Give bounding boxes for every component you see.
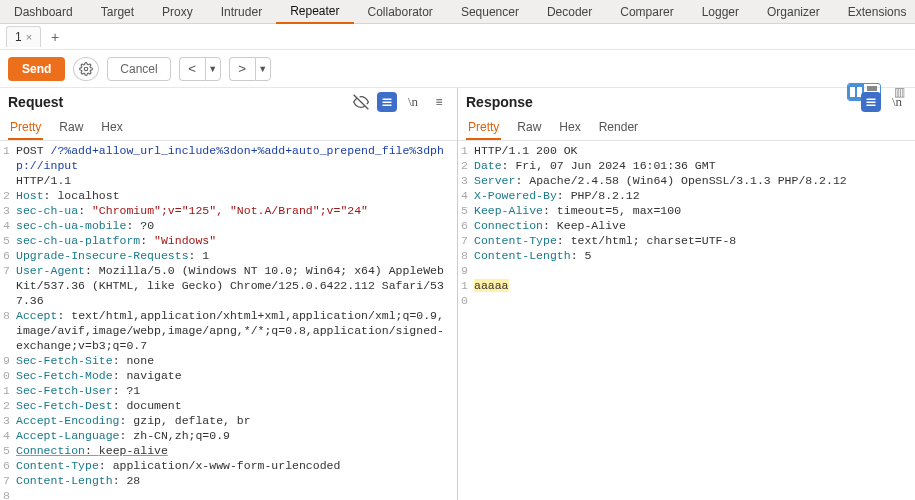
code-line: 3sec-ch-ua: "Chromium";v="125", "Not.A/B… — [0, 203, 457, 218]
line-content: HTTP/1.1 — [16, 173, 457, 188]
line-content: Accept-Encoding: gzip, deflate, br — [16, 413, 457, 428]
view-tab-raw[interactable]: Raw — [515, 116, 543, 140]
top-tab-sequencer[interactable]: Sequencer — [447, 1, 533, 23]
code-line: 1POST /?%add+allow_url_include%3don+%add… — [0, 143, 457, 173]
code-line: 6Upgrade-Insecure-Requests: 1 — [0, 248, 457, 263]
top-tab-collaborator[interactable]: Collaborator — [354, 1, 447, 23]
line-number: 6 — [458, 218, 474, 233]
history-forward-dropdown[interactable]: ▼ — [255, 57, 271, 81]
line-number: 7 — [0, 263, 16, 308]
top-tab-proxy[interactable]: Proxy — [148, 1, 207, 23]
top-tab-logger[interactable]: Logger — [688, 1, 753, 23]
line-content: Connection: Keep-Alive — [474, 218, 915, 233]
request-pane: Request \n ≡ PrettyRawHex 1POST /?%add+a… — [0, 88, 457, 500]
line-number: 2 — [0, 188, 16, 203]
svg-rect-11 — [867, 105, 876, 107]
eye-off-icon[interactable] — [351, 92, 371, 112]
line-content: Sec-Fetch-Mode: navigate — [16, 368, 457, 383]
line-content: Sec-Fetch-User: ?1 — [16, 383, 457, 398]
request-view-tabs: PrettyRawHex — [0, 114, 457, 141]
line-content — [16, 488, 457, 500]
history-forward-button[interactable]: > — [229, 57, 255, 81]
top-tab-organizer[interactable]: Organizer — [753, 1, 834, 23]
code-line: 9Sec-Fetch-Site: none — [0, 353, 457, 368]
top-tab-extensions[interactable]: Extensions — [834, 1, 915, 23]
line-number: 5 — [0, 233, 16, 248]
line-content: sec-ch-ua-platform: "Windows" — [16, 233, 457, 248]
code-line: 8Accept: text/html,application/xhtml+xml… — [0, 308, 457, 353]
view-tab-hex[interactable]: Hex — [557, 116, 582, 140]
code-line: 9 — [458, 263, 915, 278]
history-back-button[interactable]: < — [179, 57, 205, 81]
line-content: Content-Type: application/x-www-form-url… — [16, 458, 457, 473]
line-content: sec-ch-ua: "Chromium";v="125", "Not.A/Br… — [16, 203, 457, 218]
view-tab-render[interactable]: Render — [597, 116, 640, 140]
top-tab-decoder[interactable]: Decoder — [533, 1, 606, 23]
line-content: Accept-Language: zh-CN,zh;q=0.9 — [16, 428, 457, 443]
line-content: Upgrade-Insecure-Requests: 1 — [16, 248, 457, 263]
top-tab-target[interactable]: Target — [87, 1, 148, 23]
line-number: 4 — [458, 188, 474, 203]
repeater-subtabs: 1 × + — [0, 24, 915, 50]
line-content: X-Powered-By: PHP/8.2.12 — [474, 188, 915, 203]
line-content: HTTP/1.1 200 OK — [474, 143, 915, 158]
top-tab-intruder[interactable]: Intruder — [207, 1, 276, 23]
line-content: Sec-Fetch-Site: none — [16, 353, 457, 368]
svg-rect-8 — [383, 105, 392, 107]
line-number: 7 — [0, 473, 16, 488]
view-tab-pretty[interactable]: Pretty — [466, 116, 501, 140]
code-line: 6Content-Type: application/x-www-form-ur… — [0, 458, 457, 473]
send-button[interactable]: Send — [8, 57, 65, 81]
add-tab-button[interactable]: + — [45, 27, 65, 47]
line-number: 7 — [458, 233, 474, 248]
svg-point-0 — [85, 67, 89, 71]
line-content: Accept: text/html,application/xhtml+xml,… — [16, 308, 457, 353]
line-number: 10 — [458, 278, 474, 308]
menu-icon[interactable]: ≡ — [429, 92, 449, 112]
line-number: 1 — [458, 143, 474, 158]
line-number: 5 — [458, 203, 474, 218]
svg-rect-10 — [867, 102, 876, 104]
inspector-icon[interactable] — [861, 92, 881, 112]
request-title: Request — [8, 94, 63, 110]
newline-icon[interactable]: \n — [403, 92, 423, 112]
view-tab-hex[interactable]: Hex — [99, 116, 124, 140]
newline-icon[interactable]: \n — [887, 92, 907, 112]
code-line: 7Content-Type: text/html; charset=UTF-8 — [458, 233, 915, 248]
view-tab-pretty[interactable]: Pretty — [8, 116, 43, 140]
subtab-1[interactable]: 1 × — [6, 26, 41, 47]
line-number: 0 — [0, 368, 16, 383]
code-line: 2Host: localhost — [0, 188, 457, 203]
request-body[interactable]: 1POST /?%add+allow_url_include%3don+%add… — [0, 141, 457, 500]
code-line: 7Content-Length: 28 — [0, 473, 457, 488]
cancel-button[interactable]: Cancel — [107, 57, 170, 81]
line-content: Server: Apache/2.4.58 (Win64) OpenSSL/3.… — [474, 173, 915, 188]
top-tab-dashboard[interactable]: Dashboard — [0, 1, 87, 23]
code-line: 4Accept-Language: zh-CN,zh;q=0.9 — [0, 428, 457, 443]
line-number: 5 — [0, 443, 16, 458]
view-tab-raw[interactable]: Raw — [57, 116, 85, 140]
response-body[interactable]: 1HTTP/1.1 200 OK2Date: Fri, 07 Jun 2024 … — [458, 141, 915, 500]
top-tab-repeater[interactable]: Repeater — [276, 0, 353, 24]
line-content: Keep-Alive: timeout=5, max=100 — [474, 203, 915, 218]
line-content — [474, 263, 915, 278]
line-number: 8 — [458, 248, 474, 263]
close-icon[interactable]: × — [26, 31, 32, 43]
response-title: Response — [466, 94, 533, 110]
panes: Request \n ≡ PrettyRawHex 1POST /?%add+a… — [0, 88, 915, 500]
top-tab-comparer[interactable]: Comparer — [606, 1, 687, 23]
code-line: 5Connection: keep-alive — [0, 443, 457, 458]
code-line: 4X-Powered-By: PHP/8.2.12 — [458, 188, 915, 203]
line-content: Date: Fri, 07 Jun 2024 16:01:36 GMT — [474, 158, 915, 173]
line-content: sec-ch-ua-mobile: ?0 — [16, 218, 457, 233]
line-number: 8 — [0, 488, 16, 500]
subtab-label: 1 — [15, 30, 22, 44]
line-number: 1 — [0, 383, 16, 398]
history-forward-group: > ▼ — [229, 57, 271, 81]
code-line: 1HTTP/1.1 200 OK — [458, 143, 915, 158]
line-content: User-Agent: Mozilla/5.0 (Windows NT 10.0… — [16, 263, 457, 308]
history-back-dropdown[interactable]: ▼ — [205, 57, 221, 81]
gear-icon[interactable] — [73, 57, 99, 81]
inspector-icon[interactable] — [377, 92, 397, 112]
line-content: Connection: keep-alive — [16, 443, 457, 458]
